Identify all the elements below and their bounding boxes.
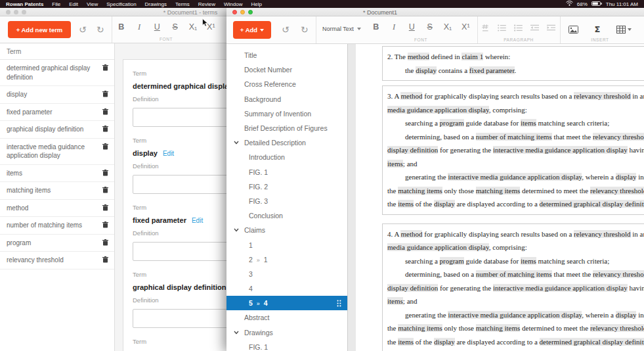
- claim-block[interactable]: 2. The method defined in claim 1 wherein…: [382, 46, 644, 81]
- term-highlight[interactable]: relevancy threshold: [593, 133, 644, 141]
- undo-icon[interactable]: ↺: [79, 25, 87, 34]
- term-list-item[interactable]: number of matching items: [0, 217, 114, 235]
- term-highlight[interactable]: relevancy threshold: [590, 187, 644, 195]
- menu-item-specification[interactable]: Specification: [106, 1, 136, 7]
- term-highlight[interactable]: items: [398, 338, 414, 346]
- outline-item-background[interactable]: Background: [226, 92, 347, 106]
- term-highlight[interactable]: method: [408, 53, 429, 60]
- outline-item-detailed-description[interactable]: Detailed Description: [226, 135, 347, 150]
- term-highlight[interactable]: program: [440, 257, 464, 265]
- term-list-item[interactable]: interactive media guidance application d…: [0, 139, 114, 165]
- term-highlight[interactable]: display: [434, 200, 455, 208]
- redo-icon[interactable]: ↻: [301, 25, 309, 34]
- delete-term-icon[interactable]: [102, 239, 108, 248]
- bold-button[interactable]: B: [113, 22, 130, 32]
- outline-item-2[interactable]: 2»1: [226, 252, 347, 267]
- outdent-icon[interactable]: [530, 24, 539, 32]
- term-highlight[interactable]: interactive media guidance application d…: [493, 146, 628, 154]
- term-highlight[interactable]: items: [387, 297, 403, 305]
- term-highlight[interactable]: interactive media guidance application d…: [448, 311, 582, 319]
- term-highlight[interactable]: items: [521, 257, 536, 265]
- close-window-icon[interactable]: [232, 10, 237, 14]
- claim-block[interactable]: 3. A method for graphically displaying s…: [382, 85, 644, 215]
- outline-item-cross-reference[interactable]: Cross Reference: [226, 77, 347, 91]
- term-highlight[interactable]: matching items: [476, 187, 521, 195]
- delete-term-icon[interactable]: [102, 108, 108, 118]
- term-highlight[interactable]: matching items: [398, 187, 442, 195]
- underline-button[interactable]: U: [148, 22, 165, 32]
- term-highlight[interactable]: display: [416, 66, 437, 74]
- ordered-list-icon[interactable]: [514, 24, 523, 32]
- outline-item-introduction[interactable]: Introduction: [226, 150, 347, 164]
- delete-term-icon[interactable]: [102, 256, 108, 266]
- delete-term-icon[interactable]: [102, 170, 108, 179]
- bullet-list-icon[interactable]: [498, 24, 506, 32]
- outline-item-fig-1[interactable]: FIG. 1: [226, 165, 347, 179]
- subscript-button[interactable]: X₁: [184, 22, 202, 32]
- strikethrough-button[interactable]: S: [167, 22, 184, 32]
- outline-item-fig-3[interactable]: FIG. 3: [226, 194, 347, 208]
- menu-item-file[interactable]: File: [52, 1, 60, 7]
- menu-item-terms[interactable]: Terms: [175, 1, 190, 7]
- term-highlight[interactable]: display: [434, 338, 455, 346]
- term-list-item[interactable]: program: [0, 235, 114, 252]
- term-list-item[interactable]: display: [0, 86, 114, 104]
- outline-item-title[interactable]: Title: [226, 48, 347, 62]
- equation-icon[interactable]: Σ: [595, 24, 601, 34]
- term-highlight[interactable]: items: [398, 200, 414, 208]
- add-button[interactable]: + Add: [233, 21, 271, 39]
- term-highlight[interactable]: method: [400, 230, 422, 238]
- italic-button[interactable]: I: [131, 22, 148, 32]
- term-highlight[interactable]: program: [440, 119, 464, 127]
- term-highlight[interactable]: interactive media guidance application d…: [448, 173, 582, 181]
- heading-numbering-icon[interactable]: [482, 24, 490, 32]
- outline-item-abstract[interactable]: Abstract: [226, 310, 347, 325]
- edit-term-link[interactable]: Edit: [192, 217, 203, 224]
- term-highlight[interactable]: display: [616, 311, 637, 319]
- zoom-window-icon[interactable]: [248, 10, 253, 14]
- term-highlight[interactable]: fixed parameter: [469, 66, 515, 74]
- document-window-titlebar[interactable]: * Document1: [226, 8, 644, 16]
- paragraph-style-dropdown[interactable]: Normal Text: [322, 26, 361, 32]
- claim-block[interactable]: 4. A method for graphically displaying s…: [382, 223, 644, 351]
- outline-item-brief-description-of-figures[interactable]: Brief Description of Figures: [226, 121, 347, 135]
- outline-item-3[interactable]: 3: [226, 267, 347, 281]
- term-highlight[interactable]: relevancy threshold: [593, 270, 644, 278]
- term-highlight[interactable]: claim 1: [462, 53, 483, 60]
- delete-term-icon[interactable]: [102, 91, 108, 100]
- wifi-icon[interactable]: [566, 1, 573, 7]
- term-highlight[interactable]: method: [400, 92, 422, 100]
- italic-button[interactable]: I: [385, 22, 402, 32]
- outline-item-claims[interactable]: Claims: [226, 223, 347, 237]
- term-highlight[interactable]: number of matching items: [476, 270, 552, 278]
- outline-item-fig-1[interactable]: FIG. 1: [226, 340, 347, 351]
- term-highlight[interactable]: display definition: [387, 146, 438, 154]
- term-highlight[interactable]: number of matching items: [476, 133, 552, 141]
- term-highlight[interactable]: determined graphical display definition: [540, 200, 644, 208]
- term-list-item[interactable]: matching items: [0, 182, 114, 200]
- term-list-item[interactable]: method: [0, 200, 114, 218]
- term-list-item[interactable]: items: [0, 165, 114, 183]
- subscript-button[interactable]: X₁: [439, 22, 456, 32]
- term-highlight[interactable]: media guidance application display: [387, 243, 489, 251]
- term-list-item[interactable]: graphical display definition: [0, 121, 114, 139]
- term-highlight[interactable]: relevancy threshold: [590, 324, 644, 332]
- delete-term-icon[interactable]: [102, 222, 108, 231]
- outline-item-summary-of-invention[interactable]: Summary of Invention: [226, 106, 347, 121]
- term-highlight[interactable]: display definition: [387, 284, 438, 292]
- delete-term-icon[interactable]: [102, 143, 108, 152]
- term-highlight[interactable]: items: [521, 119, 536, 127]
- menu-item-review[interactable]: Review: [198, 1, 215, 7]
- menu-item-window[interactable]: Window: [224, 1, 242, 7]
- menu-bar-clock[interactable]: Thu 11:01 AM: [606, 1, 638, 7]
- term-highlight[interactable]: matching items: [476, 324, 521, 332]
- menu-item-view[interactable]: View: [87, 1, 98, 7]
- term-highlight[interactable]: interactive media guidance application d…: [493, 284, 628, 292]
- undo-icon[interactable]: ↺: [282, 25, 290, 34]
- underline-button[interactable]: U: [403, 22, 420, 32]
- redo-icon[interactable]: ↻: [97, 25, 104, 34]
- outline-item-fig-2[interactable]: FIG. 2: [226, 179, 347, 194]
- menu-item-edit[interactable]: Edit: [69, 1, 78, 7]
- minimize-window-icon[interactable]: [240, 10, 245, 14]
- outline-item-5[interactable]: 5»4: [226, 296, 347, 310]
